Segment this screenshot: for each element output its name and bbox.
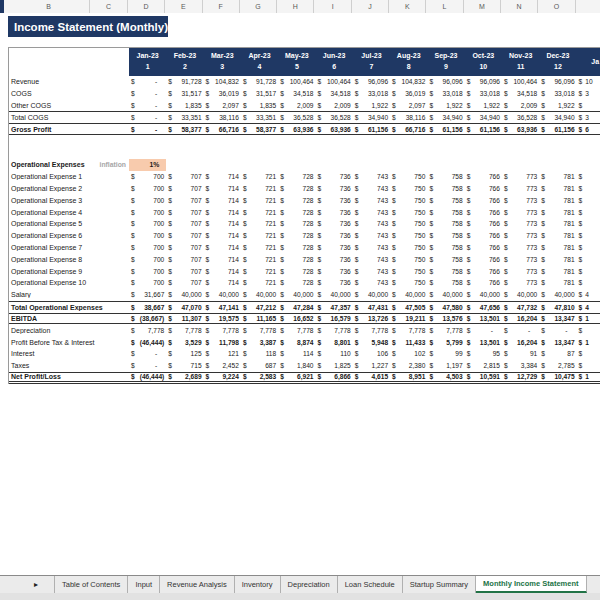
column-letter[interactable]: L	[426, 0, 463, 13]
cell[interactable]: $106	[353, 350, 390, 357]
cell[interactable]: $16,204	[502, 339, 539, 346]
cell[interactable]: $36,528	[502, 114, 539, 121]
cell[interactable]: $125	[166, 350, 203, 357]
cell[interactable]: $766	[465, 244, 502, 251]
inflation-input-cell[interactable]: 1%	[129, 159, 166, 171]
cell[interactable]: $38,116	[390, 114, 427, 121]
cell[interactable]: $10,591	[465, 373, 502, 380]
cell[interactable]: $773	[502, 256, 539, 263]
cell[interactable]: $66,716	[390, 126, 427, 133]
cell[interactable]: $	[577, 197, 600, 204]
cell[interactable]: $728	[278, 244, 315, 251]
cell[interactable]: $7,778	[427, 327, 464, 334]
cell[interactable]: $	[577, 232, 600, 239]
cell[interactable]: $781	[539, 268, 576, 275]
cell[interactable]: $13,501	[465, 315, 502, 322]
cell[interactable]: $47,212	[241, 304, 278, 311]
cell[interactable]: $750	[390, 209, 427, 216]
cell[interactable]: $2,009	[315, 102, 352, 109]
cell[interactable]: $773	[502, 173, 539, 180]
cell[interactable]: $736	[315, 232, 352, 239]
cell[interactable]: $2,097	[390, 102, 427, 109]
cell[interactable]: $96,096	[465, 78, 502, 85]
cell[interactable]: $63,936	[278, 126, 315, 133]
row-label[interactable]: Profit Before Tax & Interest	[9, 339, 129, 346]
cell[interactable]: $736	[315, 256, 352, 263]
column-letter[interactable]: N	[501, 0, 538, 13]
cell[interactable]: $1,922	[539, 102, 576, 109]
cell[interactable]: $13,726	[353, 315, 390, 322]
cell[interactable]: $9,224	[204, 373, 241, 380]
cell[interactable]: $63,936	[315, 126, 352, 133]
cell[interactable]: $700	[129, 244, 166, 251]
cell[interactable]: $714	[204, 256, 241, 263]
cell[interactable]: $(38,667)	[129, 315, 166, 322]
month-header-cell[interactable]: May-235	[278, 48, 315, 76]
cell[interactable]: $714	[204, 209, 241, 216]
cell[interactable]: $95	[465, 350, 502, 357]
cell[interactable]: $2,689	[166, 373, 203, 380]
cell[interactable]: $5,799	[427, 339, 464, 346]
column-letter[interactable]: C	[90, 0, 128, 13]
cell[interactable]: $40,000	[241, 291, 278, 298]
cell[interactable]: $721	[241, 185, 278, 192]
row-label[interactable]: Operational Expense 7	[9, 244, 129, 251]
row-label[interactable]: Revenue	[9, 78, 129, 85]
cell[interactable]: $61,156	[427, 126, 464, 133]
sheet-tab-table-of-contents[interactable]: Table of Contents	[55, 576, 128, 593]
cell[interactable]: $40,000	[502, 291, 539, 298]
month-header-cell[interactable]: Jan-231	[129, 48, 166, 76]
cell[interactable]: $700	[129, 197, 166, 204]
cell[interactable]: $34,940	[539, 114, 576, 121]
cell[interactable]: $36,528	[278, 114, 315, 121]
column-letter[interactable]	[576, 0, 600, 13]
cell[interactable]: $707	[166, 268, 203, 275]
row-label[interactable]: COGS	[9, 90, 129, 97]
cell[interactable]: $7,778	[315, 327, 352, 334]
month-header-cell[interactable]: Apr-234	[241, 48, 278, 76]
cell[interactable]: $736	[315, 244, 352, 251]
sheet-tab-startup-summary[interactable]: Startup Summary	[403, 576, 476, 593]
row-label[interactable]: Operational Expense 1	[9, 173, 129, 180]
cell[interactable]: $6,866	[315, 373, 352, 380]
cell[interactable]: $758	[427, 220, 464, 227]
row-label[interactable]: Total COGS	[9, 114, 129, 121]
cell[interactable]: $33,018	[427, 90, 464, 97]
cell[interactable]: $47,810	[539, 304, 576, 311]
cell[interactable]: $3,387	[241, 339, 278, 346]
cell[interactable]: $714	[204, 173, 241, 180]
cell[interactable]: $-	[539, 327, 576, 334]
cell[interactable]: $47,656	[465, 304, 502, 311]
column-letter[interactable]: O	[538, 0, 575, 13]
cell[interactable]: $781	[539, 220, 576, 227]
cell[interactable]: $11,165	[241, 315, 278, 322]
cell[interactable]: $1,835	[241, 102, 278, 109]
cell[interactable]: $	[577, 256, 600, 263]
cell[interactable]: $11,307	[166, 315, 203, 322]
cell[interactable]: $47,580	[427, 304, 464, 311]
cell[interactable]: $714	[204, 185, 241, 192]
cell[interactable]: $91,728	[241, 78, 278, 85]
cell[interactable]: $1,227	[353, 362, 390, 369]
cell[interactable]: $721	[241, 244, 278, 251]
row-label[interactable]: Operational Expense 9	[9, 268, 129, 275]
cell[interactable]: $728	[278, 185, 315, 192]
cell[interactable]: $34,940	[353, 114, 390, 121]
cell[interactable]: $-	[129, 114, 166, 121]
cell[interactable]: $1,835	[166, 102, 203, 109]
cell[interactable]: $721	[241, 268, 278, 275]
cell[interactable]: $781	[539, 244, 576, 251]
cell[interactable]: $4,503	[427, 373, 464, 380]
cell[interactable]: $707	[166, 256, 203, 263]
cell[interactable]: $707	[166, 185, 203, 192]
cell[interactable]: $1,840	[278, 362, 315, 369]
row-label[interactable]: Operational Expense 2	[9, 185, 129, 192]
cell[interactable]: $728	[278, 173, 315, 180]
cell[interactable]: $110	[315, 350, 352, 357]
row-label[interactable]: Depreciation	[9, 327, 129, 334]
cell[interactable]: $714	[204, 244, 241, 251]
cell[interactable]: $7,778	[278, 327, 315, 334]
cell[interactable]: $728	[278, 197, 315, 204]
column-letter[interactable]: I	[314, 0, 351, 13]
cell[interactable]: $7,778	[204, 327, 241, 334]
